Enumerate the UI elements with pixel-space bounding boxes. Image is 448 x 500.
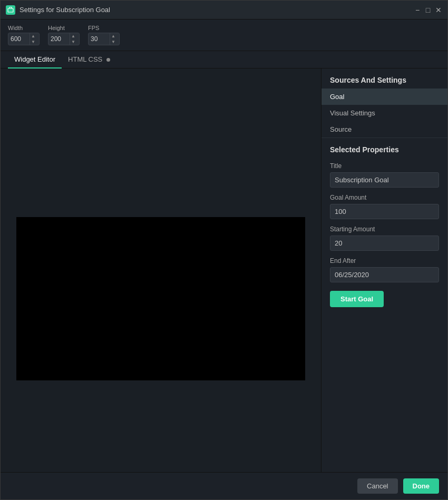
width-down-arrow[interactable]: ▼ <box>30 39 36 45</box>
sources-settings-title: Sources And Settings <box>322 68 447 89</box>
bottom-bar: Cancel Done <box>1 472 447 499</box>
main-window: Settings for Subscription Goal − □ ✕ Wid… <box>0 0 448 500</box>
width-control: Width ▲ ▼ <box>8 25 40 45</box>
end-after-input[interactable] <box>330 267 439 282</box>
fps-input[interactable] <box>89 35 110 43</box>
tab-widget-editor[interactable]: Widget Editor <box>8 51 62 68</box>
fps-spinbox[interactable]: ▲ ▼ <box>88 33 120 45</box>
window-title: Settings for Subscription Goal <box>20 6 414 14</box>
fps-arrows: ▲ ▼ <box>110 33 116 45</box>
settings-panel: Sources And Settings Goal Visual Setting… <box>321 68 447 472</box>
width-input[interactable] <box>8 35 30 43</box>
field-group-goal-amount: Goal Amount <box>322 190 447 221</box>
fps-label: FPS <box>88 25 120 31</box>
title-field-input[interactable] <box>330 172 439 188</box>
done-button[interactable]: Done <box>403 478 440 494</box>
height-control: Height ▲ ▼ <box>48 25 80 45</box>
close-button[interactable]: ✕ <box>435 6 442 14</box>
field-group-starting-amount: Starting Amount <box>322 221 447 253</box>
nav-item-goal[interactable]: Goal <box>322 89 447 105</box>
width-label: Width <box>8 25 40 31</box>
starting-amount-input[interactable] <box>330 236 439 251</box>
fps-control: FPS ▲ ▼ <box>88 25 120 45</box>
height-label: Height <box>48 25 80 31</box>
window-controls: − □ ✕ <box>414 6 442 14</box>
title-bar: Settings for Subscription Goal − □ ✕ <box>1 1 447 19</box>
width-spinbox[interactable]: ▲ ▼ <box>8 33 40 45</box>
tabs-bar: Widget Editor HTML CSS <box>1 51 447 68</box>
nav-item-visual-settings[interactable]: Visual Settings <box>322 105 447 121</box>
html-css-dot <box>106 58 110 62</box>
title-field-label: Title <box>330 162 439 170</box>
main-content: Sources And Settings Goal Visual Setting… <box>1 68 447 472</box>
width-arrows: ▲ ▼ <box>30 33 36 45</box>
goal-amount-input[interactable] <box>330 204 439 219</box>
goal-amount-label: Goal Amount <box>330 194 439 201</box>
height-arrows: ▲ ▼ <box>70 33 76 45</box>
minimize-button[interactable]: − <box>414 6 421 14</box>
height-input[interactable] <box>48 35 70 43</box>
height-spinbox[interactable]: ▲ ▼ <box>48 33 80 45</box>
starting-amount-label: Starting Amount <box>330 226 439 233</box>
selected-properties-title: Selected Properties <box>322 138 447 158</box>
top-controls: Width ▲ ▼ Height ▲ ▼ FPS <box>1 19 447 51</box>
tab-html-css[interactable]: HTML CSS <box>62 51 116 68</box>
start-goal-button[interactable]: Start Goal <box>330 291 384 307</box>
preview-canvas <box>16 217 305 380</box>
height-down-arrow[interactable]: ▼ <box>70 39 76 45</box>
height-up-arrow[interactable]: ▲ <box>70 33 76 39</box>
svg-rect-0 <box>8 8 13 12</box>
nav-item-source[interactable]: Source <box>322 121 447 138</box>
field-group-title: Title <box>322 158 447 190</box>
preview-panel <box>1 68 321 472</box>
app-icon <box>6 5 15 15</box>
maximize-button[interactable]: □ <box>424 6 432 14</box>
fps-down-arrow[interactable]: ▼ <box>110 39 116 45</box>
cancel-button[interactable]: Cancel <box>357 478 397 494</box>
fps-up-arrow[interactable]: ▲ <box>110 33 116 39</box>
field-group-end-after: End After <box>322 253 447 285</box>
end-after-label: End After <box>330 257 439 264</box>
width-up-arrow[interactable]: ▲ <box>30 33 36 39</box>
